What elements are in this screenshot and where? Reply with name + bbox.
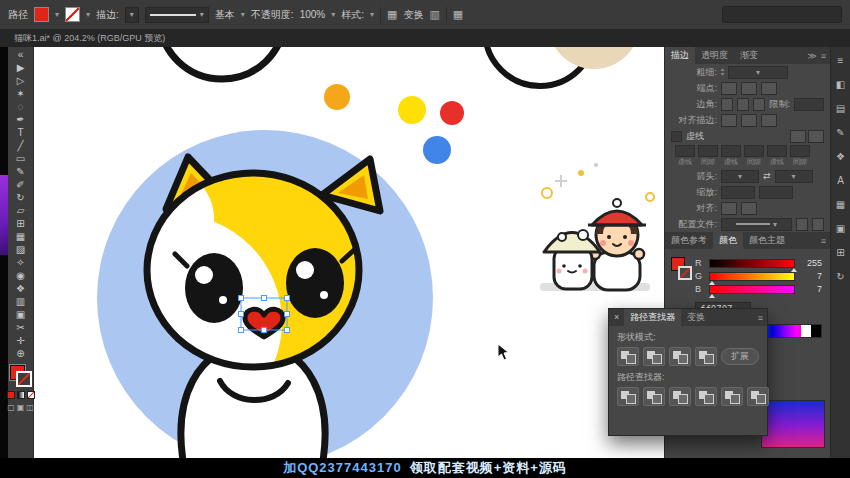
scale-start-field[interactable] (721, 186, 755, 199)
chevron-down-icon[interactable]: ▾ (86, 10, 90, 19)
dash-preserve-button[interactable] (790, 130, 806, 143)
trim-button[interactable] (643, 387, 665, 406)
join-round-button[interactable] (737, 98, 749, 111)
type-tool[interactable]: T (10, 126, 32, 139)
slice-tool[interactable]: ✂ (10, 321, 32, 334)
panel-menu-icon[interactable]: ≡ (821, 236, 826, 246)
line-tool[interactable]: ╱ (10, 139, 32, 152)
partial-shape-top-left[interactable] (160, 47, 284, 79)
chevron-down-icon[interactable]: ▾ (55, 10, 59, 19)
profile-dropdown[interactable]: ▾ (721, 218, 792, 231)
stroke-weight-dropdown[interactable]: ▾ (125, 7, 139, 23)
chevron-down-icon[interactable]: ▾ (241, 10, 245, 19)
chevron-down-icon[interactable]: ▾ (331, 10, 335, 19)
limit-field[interactable] (794, 98, 824, 111)
arrow-end-dropdown[interactable]: ▾ (775, 170, 813, 183)
tab-pathfinder[interactable]: 路径查找器 (624, 309, 681, 326)
slider-track-g[interactable] (709, 272, 795, 281)
paintbrush-tool[interactable]: ✎ (10, 165, 32, 178)
rotate-tool[interactable]: ↻ (10, 191, 32, 204)
join-miter-button[interactable] (721, 98, 733, 111)
swatches-panel-icon[interactable]: ▤ (836, 103, 845, 114)
arrow-align-end-button[interactable] (741, 202, 757, 215)
cat-right-eye[interactable] (286, 248, 344, 318)
color-button[interactable] (7, 391, 15, 399)
color-fill-stroke-indicator[interactable] (671, 255, 691, 285)
panel-menu-icon[interactable]: ≡ (821, 51, 826, 61)
exclude-button[interactable] (695, 347, 717, 366)
shape-builder-tool[interactable]: ⊞ (10, 217, 32, 230)
join-bevel-button[interactable] (753, 98, 765, 111)
color-panel-icon[interactable]: ◧ (836, 79, 845, 90)
minus-front-button[interactable] (643, 347, 665, 366)
hand-tool[interactable]: ✛ (10, 334, 32, 347)
cap-projecting-button[interactable] (761, 82, 777, 95)
pencil-tool[interactable]: ✐ (10, 178, 32, 191)
mesh-tool[interactable]: ▦ (10, 230, 32, 243)
dash-field-3[interactable] (744, 145, 764, 157)
tab-color-themes[interactable]: 颜色主题 (743, 232, 791, 249)
slider-value-g[interactable]: 7 (800, 271, 822, 281)
tab-color-guide[interactable]: 颜色参考 (665, 232, 713, 249)
slider-track-b[interactable] (709, 285, 795, 294)
minus-back-button[interactable] (747, 387, 769, 406)
arrow-align-tip-button[interactable] (721, 202, 737, 215)
gradient-preview-swatch[interactable] (761, 400, 825, 448)
fill-color-swatch[interactable] (34, 7, 49, 22)
yellow-dot[interactable] (398, 96, 426, 124)
draw-normal-icon[interactable]: ▢ (7, 403, 15, 412)
orange-dot[interactable] (324, 84, 350, 110)
libraries-panel-icon[interactable]: ⊞ (836, 247, 844, 258)
dash-field-0[interactable] (675, 145, 695, 157)
chevron-down-icon[interactable]: ▾ (370, 10, 374, 19)
variable-width-dropdown[interactable]: ▾ (145, 7, 209, 23)
merge-button[interactable] (669, 387, 691, 406)
slider-track-r[interactable] (709, 259, 795, 268)
artboard-tool[interactable]: ▣ (10, 308, 32, 321)
unite-button[interactable] (617, 347, 639, 366)
brushes-panel-icon[interactable]: ✎ (836, 127, 844, 138)
align-icons[interactable]: ▥ (429, 8, 439, 21)
swap-arrows-icon[interactable]: ⇄ (763, 171, 771, 181)
pen-tool[interactable]: ✒ (10, 113, 32, 126)
symbol-sprayer-tool[interactable]: ❖ (10, 282, 32, 295)
expand-button[interactable]: 扩展 (721, 348, 759, 365)
draw-behind-icon[interactable]: ▣ (17, 403, 25, 412)
recolor-artwork-icon[interactable]: ▦ (387, 8, 397, 21)
weight-stepper[interactable]: ▴▾ (721, 67, 724, 77)
cap-round-button[interactable] (741, 82, 757, 95)
gradient-tool[interactable]: ▨ (10, 243, 32, 256)
panel-menu-icon[interactable]: ≡ (838, 55, 844, 66)
fill-stroke-indicator[interactable] (9, 364, 33, 388)
transform-link[interactable]: 变换 (403, 8, 423, 22)
character-panel-icon[interactable]: A (837, 175, 844, 186)
zoom-tool[interactable]: ⊕ (10, 347, 32, 360)
artboards-panel-icon[interactable]: ▣ (836, 223, 845, 234)
draw-inside-icon[interactable]: ◫ (26, 403, 34, 412)
search-field[interactable] (722, 6, 842, 23)
history-panel-icon[interactable]: ↻ (836, 271, 844, 282)
arrow-start-dropdown[interactable]: ▾ (721, 170, 759, 183)
opacity-value[interactable]: 100% (300, 9, 326, 20)
stroke-swatch[interactable] (16, 371, 32, 387)
align-inside-button[interactable] (741, 114, 757, 127)
cap-butt-button[interactable] (721, 82, 737, 95)
mushroom-boy-illustration[interactable] (540, 163, 654, 291)
slider-thumb[interactable] (709, 294, 715, 298)
none-button[interactable] (27, 391, 35, 399)
panel-menu-icon[interactable]: ≡ (758, 313, 763, 323)
red-dot[interactable] (440, 101, 464, 125)
stroke-proxy[interactable] (678, 266, 692, 280)
outline-button[interactable] (721, 387, 743, 406)
graph-tool[interactable]: ▥ (10, 295, 32, 308)
dash-field-2[interactable] (721, 145, 741, 157)
blue-dot[interactable] (423, 136, 451, 164)
gradient-button[interactable] (17, 391, 25, 399)
profile-flip-along-button[interactable] (812, 218, 824, 231)
direct-selection-tool[interactable]: ▷ (10, 74, 32, 87)
align-center-button[interactable] (721, 114, 737, 127)
selection-tool[interactable]: ▶ (10, 61, 32, 74)
lasso-tool[interactable]: ◌ (10, 100, 32, 113)
close-icon[interactable]: × (609, 309, 624, 326)
dash-field-5[interactable] (790, 145, 810, 157)
